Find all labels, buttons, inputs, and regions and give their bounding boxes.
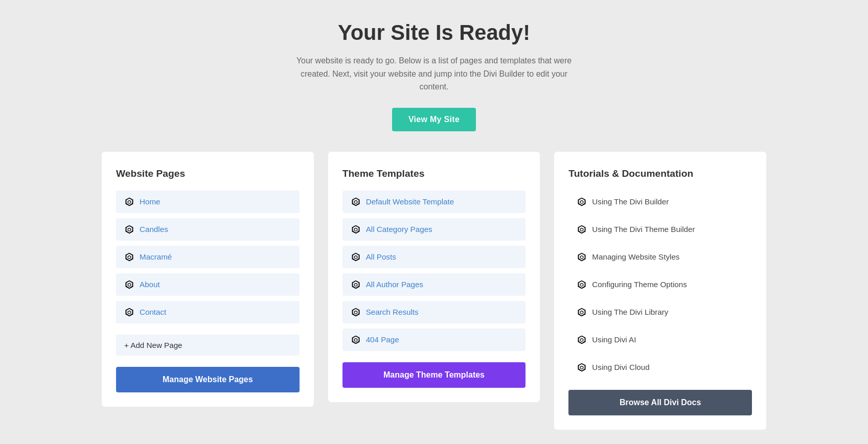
template-item-label: All Posts <box>366 252 396 261</box>
doc-item-label: Managing Website Styles <box>592 252 679 261</box>
doc-item-theme-options[interactable]: Configuring Theme Options <box>568 273 752 296</box>
template-item-label: Default Website Template <box>366 197 454 206</box>
divi-icon <box>124 279 134 290</box>
add-new-page-item[interactable]: + Add New Page <box>116 335 300 356</box>
add-new-label: + Add New Page <box>124 341 182 349</box>
page-header: Your Site Is Ready! Your website is read… <box>296 20 572 131</box>
doc-item-divi-library[interactable]: Using The Divi Library <box>568 301 752 323</box>
divi-icon <box>351 224 361 235</box>
doc-item-website-styles[interactable]: Managing Website Styles <box>568 246 752 268</box>
template-item-posts[interactable]: All Posts <box>342 246 526 268</box>
doc-item-divi-ai[interactable]: Using Divi AI <box>568 329 752 351</box>
template-item-category[interactable]: All Category Pages <box>342 218 526 241</box>
divi-icon <box>577 197 587 207</box>
page-item-label: Macramé <box>140 252 172 261</box>
website-pages-card: Website Pages Home Candles Macramé <box>102 152 314 407</box>
template-item-label: 404 Page <box>366 335 399 344</box>
divi-icon <box>124 307 134 317</box>
page-item-label: About <box>140 280 160 289</box>
theme-templates-title: Theme Templates <box>342 168 526 179</box>
template-item-label: All Author Pages <box>366 280 423 289</box>
page-item-macrame[interactable]: Macramé <box>116 246 300 268</box>
website-pages-list: Home Candles Macramé About <box>116 191 300 323</box>
doc-item-label: Using Divi Cloud <box>592 363 649 371</box>
divi-icon <box>124 252 134 262</box>
template-item-label: Search Results <box>366 308 419 316</box>
doc-item-label: Configuring Theme Options <box>592 280 687 289</box>
template-item-404[interactable]: 404 Page <box>342 329 526 351</box>
doc-item-label: Using The Divi Theme Builder <box>592 225 695 233</box>
divi-icon <box>577 362 587 372</box>
template-item-author[interactable]: All Author Pages <box>342 273 526 296</box>
page-item-label: Home <box>140 197 161 206</box>
manage-theme-templates-button[interactable]: Manage Theme Templates <box>342 362 526 388</box>
doc-item-theme-builder[interactable]: Using The Divi Theme Builder <box>568 218 752 241</box>
template-item-label: All Category Pages <box>366 225 432 233</box>
doc-item-label: Using Divi AI <box>592 335 636 344</box>
divi-icon <box>577 224 587 235</box>
page-item-candles[interactable]: Candles <box>116 218 300 241</box>
divi-icon <box>351 335 361 345</box>
template-item-search[interactable]: Search Results <box>342 301 526 323</box>
cards-container: Website Pages Home Candles Macramé <box>102 152 766 430</box>
page-item-contact[interactable]: Contact <box>116 301 300 323</box>
theme-templates-list: Default Website Template All Category Pa… <box>342 191 526 351</box>
divi-icon <box>351 279 361 290</box>
divi-icon <box>124 197 134 207</box>
browse-all-docs-button[interactable]: Browse All Divi Docs <box>568 390 752 415</box>
divi-icon <box>351 252 361 262</box>
page-subtitle: Your website is ready to go. Below is a … <box>296 54 572 94</box>
page-item-about[interactable]: About <box>116 273 300 296</box>
page-title: Your Site Is Ready! <box>296 20 572 45</box>
tutorials-list: Using The Divi Builder Using The Divi Th… <box>568 191 752 379</box>
divi-icon <box>577 307 587 317</box>
doc-item-divi-builder[interactable]: Using The Divi Builder <box>568 191 752 213</box>
theme-templates-card: Theme Templates Default Website Template… <box>328 152 540 402</box>
divi-icon <box>577 279 587 290</box>
tutorials-title: Tutorials & Documentation <box>568 168 752 179</box>
divi-icon <box>351 307 361 317</box>
page-item-home[interactable]: Home <box>116 191 300 213</box>
doc-item-divi-cloud[interactable]: Using Divi Cloud <box>568 356 752 379</box>
template-item-default[interactable]: Default Website Template <box>342 191 526 213</box>
website-pages-title: Website Pages <box>116 168 300 179</box>
doc-item-label: Using The Divi Builder <box>592 197 669 206</box>
divi-icon <box>577 252 587 262</box>
doc-item-label: Using The Divi Library <box>592 308 668 316</box>
page-item-label: Contact <box>140 308 166 316</box>
page-item-label: Candles <box>140 225 168 233</box>
view-site-button[interactable]: View My Site <box>392 108 476 131</box>
tutorials-card: Tutorials & Documentation Using The Divi… <box>554 152 766 430</box>
divi-icon <box>351 197 361 207</box>
divi-icon <box>124 224 134 235</box>
divi-icon <box>577 335 587 345</box>
manage-website-pages-button[interactable]: Manage Website Pages <box>116 367 300 392</box>
